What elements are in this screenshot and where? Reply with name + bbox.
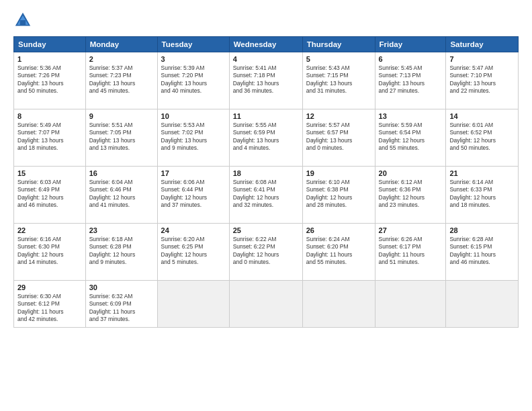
day-number: 2 (89, 55, 154, 63)
day-number: 10 (161, 112, 226, 120)
calendar-cell: 16Sunrise: 6:04 AM Sunset: 6:46 PM Dayli… (85, 167, 157, 224)
calendar-cell: 5Sunrise: 5:43 AM Sunset: 7:15 PM Daylig… (302, 52, 375, 109)
day-info: Sunrise: 6:08 AM Sunset: 6:41 PM Dayligh… (233, 179, 299, 210)
weekday-header-monday: Monday (85, 37, 157, 52)
calendar-cell: 28Sunrise: 6:28 AM Sunset: 6:15 PM Dayli… (446, 224, 519, 281)
day-number: 15 (17, 169, 82, 177)
day-number: 7 (449, 55, 515, 63)
day-number: 1 (17, 55, 82, 63)
calendar-cell: 1Sunrise: 5:36 AM Sunset: 7:26 PM Daylig… (14, 52, 86, 109)
day-number: 24 (161, 226, 226, 234)
day-info: Sunrise: 5:53 AM Sunset: 7:02 PM Dayligh… (161, 122, 226, 152)
day-info: Sunrise: 5:49 AM Sunset: 7:07 PM Dayligh… (17, 122, 82, 152)
day-number: 12 (306, 112, 371, 120)
calendar-cell: 9Sunrise: 5:51 AM Sunset: 7:05 PM Daylig… (85, 109, 157, 167)
day-number: 4 (233, 55, 299, 63)
day-number: 20 (379, 169, 443, 177)
calendar-cell (375, 281, 446, 328)
calendar-cell: 17Sunrise: 6:06 AM Sunset: 6:44 PM Dayli… (157, 167, 229, 224)
calendar-cell: 29Sunrise: 6:30 AM Sunset: 6:12 PM Dayli… (14, 281, 86, 328)
day-info: Sunrise: 5:45 AM Sunset: 7:13 PM Dayligh… (379, 64, 443, 95)
weekday-header-saturday: Saturday (446, 37, 519, 52)
calendar-cell: 21Sunrise: 6:14 AM Sunset: 6:33 PM Dayli… (446, 167, 519, 224)
calendar-cell: 13Sunrise: 5:59 AM Sunset: 6:54 PM Dayli… (375, 109, 446, 167)
day-info: Sunrise: 5:57 AM Sunset: 6:57 PM Dayligh… (306, 122, 371, 152)
day-number: 13 (379, 112, 443, 120)
calendar-cell (229, 281, 302, 328)
day-number: 14 (449, 112, 515, 120)
day-number: 5 (306, 55, 371, 63)
day-number: 11 (233, 112, 299, 120)
day-info: Sunrise: 6:30 AM Sunset: 6:12 PM Dayligh… (17, 293, 82, 324)
day-info: Sunrise: 6:01 AM Sunset: 6:52 PM Dayligh… (449, 122, 515, 152)
weekday-header-thursday: Thursday (302, 37, 375, 52)
day-number: 9 (89, 112, 154, 120)
day-number: 16 (89, 169, 154, 177)
day-info: Sunrise: 5:36 AM Sunset: 7:26 PM Dayligh… (17, 64, 82, 95)
calendar-cell (157, 281, 229, 328)
calendar-cell: 4Sunrise: 5:41 AM Sunset: 7:18 PM Daylig… (229, 52, 302, 109)
day-info: Sunrise: 6:24 AM Sunset: 6:20 PM Dayligh… (306, 236, 371, 267)
calendar-cell: 2Sunrise: 5:37 AM Sunset: 7:23 PM Daylig… (85, 52, 157, 109)
calendar-cell: 8Sunrise: 5:49 AM Sunset: 7:07 PM Daylig… (14, 109, 86, 167)
calendar-cell: 24Sunrise: 6:20 AM Sunset: 6:25 PM Dayli… (157, 224, 229, 281)
day-info: Sunrise: 5:51 AM Sunset: 7:05 PM Dayligh… (89, 122, 154, 152)
calendar-cell: 23Sunrise: 6:18 AM Sunset: 6:28 PM Dayli… (85, 224, 157, 281)
day-info: Sunrise: 6:06 AM Sunset: 6:44 PM Dayligh… (161, 179, 226, 210)
calendar-cell: 30Sunrise: 6:32 AM Sunset: 6:09 PM Dayli… (85, 281, 157, 328)
page-header (13, 11, 519, 30)
day-number: 6 (379, 55, 443, 63)
day-info: Sunrise: 5:47 AM Sunset: 7:10 PM Dayligh… (449, 64, 515, 95)
day-info: Sunrise: 6:14 AM Sunset: 6:33 PM Dayligh… (449, 179, 515, 210)
day-info: Sunrise: 6:22 AM Sunset: 6:22 PM Dayligh… (233, 236, 299, 267)
calendar-table: SundayMondayTuesdayWednesdayThursdayFrid… (13, 36, 519, 328)
day-info: Sunrise: 6:26 AM Sunset: 6:17 PM Dayligh… (379, 236, 443, 267)
calendar-cell: 22Sunrise: 6:16 AM Sunset: 6:30 PM Dayli… (14, 224, 86, 281)
day-number: 23 (89, 226, 154, 234)
calendar-cell: 11Sunrise: 5:55 AM Sunset: 6:59 PM Dayli… (229, 109, 302, 167)
logo (13, 11, 35, 30)
day-number: 30 (89, 283, 154, 291)
day-number: 19 (306, 169, 371, 177)
calendar-cell (446, 281, 519, 328)
calendar-week-5: 29Sunrise: 6:30 AM Sunset: 6:12 PM Dayli… (14, 281, 519, 328)
day-info: Sunrise: 6:12 AM Sunset: 6:36 PM Dayligh… (379, 179, 443, 210)
day-number: 29 (17, 283, 82, 291)
day-number: 25 (233, 226, 299, 234)
day-number: 22 (17, 226, 82, 234)
day-info: Sunrise: 6:20 AM Sunset: 6:25 PM Dayligh… (161, 236, 226, 267)
calendar-cell: 26Sunrise: 6:24 AM Sunset: 6:20 PM Dayli… (302, 224, 375, 281)
day-number: 27 (379, 226, 443, 234)
calendar-week-1: 1Sunrise: 5:36 AM Sunset: 7:26 PM Daylig… (14, 52, 519, 109)
calendar-cell (302, 281, 375, 328)
calendar-cell: 20Sunrise: 6:12 AM Sunset: 6:36 PM Dayli… (375, 167, 446, 224)
weekday-header-tuesday: Tuesday (157, 37, 229, 52)
day-number: 26 (306, 226, 371, 234)
svg-rect-2 (20, 20, 26, 25)
logo-icon (13, 11, 32, 30)
calendar-cell: 12Sunrise: 5:57 AM Sunset: 6:57 PM Dayli… (302, 109, 375, 167)
day-info: Sunrise: 5:59 AM Sunset: 6:54 PM Dayligh… (379, 122, 443, 152)
calendar-cell: 6Sunrise: 5:45 AM Sunset: 7:13 PM Daylig… (375, 52, 446, 109)
weekday-header-friday: Friday (375, 37, 446, 52)
day-number: 3 (161, 55, 226, 63)
day-info: Sunrise: 6:18 AM Sunset: 6:28 PM Dayligh… (89, 236, 154, 267)
day-info: Sunrise: 5:43 AM Sunset: 7:15 PM Dayligh… (306, 64, 371, 95)
day-info: Sunrise: 5:41 AM Sunset: 7:18 PM Dayligh… (233, 64, 299, 95)
calendar-cell: 19Sunrise: 6:10 AM Sunset: 6:38 PM Dayli… (302, 167, 375, 224)
day-info: Sunrise: 5:37 AM Sunset: 7:23 PM Dayligh… (89, 64, 154, 95)
day-info: Sunrise: 6:03 AM Sunset: 6:49 PM Dayligh… (17, 179, 82, 210)
day-info: Sunrise: 6:04 AM Sunset: 6:46 PM Dayligh… (89, 179, 154, 210)
calendar-cell: 7Sunrise: 5:47 AM Sunset: 7:10 PM Daylig… (446, 52, 519, 109)
day-info: Sunrise: 6:28 AM Sunset: 6:15 PM Dayligh… (449, 236, 515, 267)
calendar-cell: 10Sunrise: 5:53 AM Sunset: 7:02 PM Dayli… (157, 109, 229, 167)
weekday-header-sunday: Sunday (14, 37, 86, 52)
day-number: 21 (449, 169, 515, 177)
day-info: Sunrise: 6:32 AM Sunset: 6:09 PM Dayligh… (89, 293, 154, 324)
calendar-cell: 14Sunrise: 6:01 AM Sunset: 6:52 PM Dayli… (446, 109, 519, 167)
day-number: 28 (449, 226, 515, 234)
calendar-cell: 18Sunrise: 6:08 AM Sunset: 6:41 PM Dayli… (229, 167, 302, 224)
day-number: 8 (17, 112, 82, 120)
weekday-header-row: SundayMondayTuesdayWednesdayThursdayFrid… (14, 37, 519, 52)
day-number: 18 (233, 169, 299, 177)
